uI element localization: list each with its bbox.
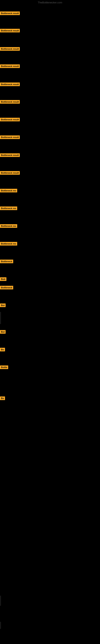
- badge-9[interactable]: Bottleneck result: [0, 153, 20, 157]
- badge-21[interactable]: Bottle: [0, 366, 8, 369]
- badge-11[interactable]: Bottleneck res: [0, 189, 17, 192]
- line-3: [0, 622, 1, 629]
- badge-17[interactable]: Bottleneck: [0, 286, 13, 290]
- badge-18[interactable]: Bot: [0, 304, 6, 307]
- badge-10[interactable]: Bottleneck result: [0, 171, 20, 175]
- badge-15[interactable]: Bottleneck: [0, 260, 13, 263]
- badge-19[interactable]: Bot: [0, 330, 6, 334]
- badge-12[interactable]: Bottleneck res: [0, 206, 17, 210]
- badge-22[interactable]: Bo: [0, 396, 5, 400]
- badge-2[interactable]: Bottleneck result: [0, 29, 20, 32]
- badge-16[interactable]: Bott: [0, 277, 6, 281]
- badge-20[interactable]: Bo: [0, 348, 5, 352]
- badge-7[interactable]: Bottleneck result: [0, 118, 20, 121]
- badge-13[interactable]: Bottleneck res: [0, 224, 17, 228]
- site-title: TheBottlenecker.com: [0, 1, 100, 4]
- line-1: [0, 312, 1, 324]
- badge-14[interactable]: Bottleneck res: [0, 242, 17, 246]
- badge-3[interactable]: Bottleneck result: [0, 47, 20, 51]
- badge-1[interactable]: Bottleneck result: [0, 12, 20, 15]
- line-2: [0, 596, 1, 606]
- badge-4[interactable]: Bottleneck result: [0, 64, 20, 68]
- badge-8[interactable]: Bottleneck result: [0, 136, 20, 139]
- badge-5[interactable]: Bottleneck result: [0, 82, 20, 86]
- badge-6[interactable]: Bottleneck result: [0, 100, 20, 104]
